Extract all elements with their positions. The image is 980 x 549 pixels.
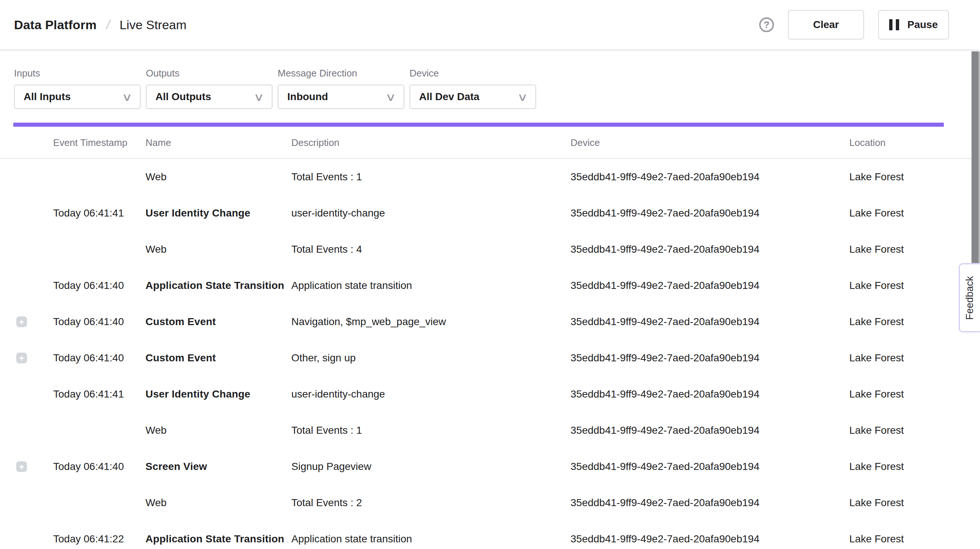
row-description: Signup Pageview xyxy=(291,461,371,472)
inputs-dropdown[interactable]: All Inputs ∨ xyxy=(14,85,141,109)
table-row[interactable]: + Today 06:41:40 Screen View Signup Page… xyxy=(0,448,980,485)
column-header-description: Description xyxy=(291,137,339,148)
row-description: Total Events : 2 xyxy=(291,497,362,509)
column-header-device: Device xyxy=(571,137,600,148)
live-stream-page: Data Platform / Live Stream ? Clear Paus… xyxy=(0,0,980,549)
row-name: User Identity Change xyxy=(145,207,250,219)
live-stream-progress-bar xyxy=(13,123,944,127)
row-location: Lake Forest xyxy=(849,497,904,509)
table-row[interactable]: + Web Total Events : 4 35eddb41-9ff9-49e… xyxy=(0,231,980,268)
row-device-id: 35eddb41-9ff9-49e2-7aed-20afa90eb194 xyxy=(571,171,760,183)
event-table-body: + Web Total Events : 1 35eddb41-9ff9-49e… xyxy=(0,159,980,549)
row-location: Lake Forest xyxy=(849,533,904,545)
column-header-name: Name xyxy=(145,137,171,148)
row-location: Lake Forest xyxy=(849,243,904,255)
row-description: Other, sign up xyxy=(291,352,356,364)
row-location: Lake Forest xyxy=(849,388,904,400)
table-row[interactable]: + Today 06:41:41 User Identity Change us… xyxy=(0,195,980,231)
column-header-location: Location xyxy=(849,137,886,148)
help-icon[interactable]: ? xyxy=(759,18,774,32)
breadcrumb-root: Data Platform xyxy=(14,18,97,32)
table-row[interactable]: + Web Total Events : 1 35eddb41-9ff9-49e… xyxy=(0,412,980,448)
filter-inputs-label: Inputs xyxy=(14,68,141,79)
filter-inputs: Inputs All Inputs ∨ xyxy=(14,68,141,109)
row-description: Application state transition xyxy=(291,533,412,545)
message-direction-dropdown-value: Inbound xyxy=(287,91,328,103)
chevron-down-icon: ∨ xyxy=(253,91,264,104)
row-location: Lake Forest xyxy=(849,207,904,219)
row-description: user-identity-change xyxy=(291,207,385,219)
row-location: Lake Forest xyxy=(849,280,904,292)
row-device-id: 35eddb41-9ff9-49e2-7aed-20afa90eb194 xyxy=(571,243,760,255)
breadcrumb: Data Platform / Live Stream xyxy=(14,17,186,32)
row-name: Application State Transition xyxy=(145,533,284,545)
row-device-id: 35eddb41-9ff9-49e2-7aed-20afa90eb194 xyxy=(571,388,760,400)
filter-outputs-label: Outputs xyxy=(146,68,272,79)
row-name: Screen View xyxy=(145,461,207,472)
row-name: Web xyxy=(145,171,167,183)
row-device-id: 35eddb41-9ff9-49e2-7aed-20afa90eb194 xyxy=(571,533,760,545)
row-name: Web xyxy=(145,497,167,509)
row-description: Application state transition xyxy=(291,280,412,292)
table-row[interactable]: + Today 06:41:22 Application State Trans… xyxy=(0,521,980,549)
table-row[interactable]: + Web Total Events : 2 35eddb41-9ff9-49e… xyxy=(0,485,980,521)
row-event-timestamp: Today 06:41:40 xyxy=(53,461,124,472)
pause-button-label: Pause xyxy=(907,19,938,31)
chevron-down-icon: ∨ xyxy=(385,91,396,104)
row-description: Total Events : 1 xyxy=(291,171,362,183)
expand-row-button[interactable]: + xyxy=(16,461,27,472)
row-device-id: 35eddb41-9ff9-49e2-7aed-20afa90eb194 xyxy=(571,461,760,472)
event-table: Event Timestamp Name Description Device … xyxy=(0,127,980,549)
vertical-scrollbar-track-edge xyxy=(978,51,980,263)
feedback-tab-label: Feedback xyxy=(964,276,975,320)
row-event-timestamp: Today 06:41:41 xyxy=(53,207,124,219)
row-description: user-identity-change xyxy=(291,388,385,400)
row-event-timestamp: Today 06:41:22 xyxy=(53,533,124,545)
filter-message-direction-label: Message Direction xyxy=(278,68,404,79)
row-location: Lake Forest xyxy=(849,461,904,472)
expand-row-button[interactable]: + xyxy=(16,353,27,364)
pause-icon xyxy=(889,19,899,30)
row-name: Web xyxy=(145,425,167,436)
pause-button[interactable]: Pause xyxy=(878,10,949,40)
vertical-scrollbar[interactable] xyxy=(972,51,978,263)
expand-row-button[interactable]: + xyxy=(16,317,27,327)
chevron-down-icon: ∨ xyxy=(121,91,132,104)
row-event-timestamp: Today 06:41:40 xyxy=(53,280,124,292)
page-header: Data Platform / Live Stream ? Clear Paus… xyxy=(0,0,980,51)
row-device-id: 35eddb41-9ff9-49e2-7aed-20afa90eb194 xyxy=(571,425,760,436)
filter-outputs: Outputs All Outputs ∨ xyxy=(146,68,272,109)
filter-device: Device All Dev Data ∨ xyxy=(409,68,536,109)
row-location: Lake Forest xyxy=(849,316,904,328)
table-row[interactable]: + Today 06:41:40 Application State Trans… xyxy=(0,268,980,304)
row-device-id: 35eddb41-9ff9-49e2-7aed-20afa90eb194 xyxy=(571,280,760,292)
row-event-timestamp: Today 06:41:41 xyxy=(53,388,124,400)
clear-button[interactable]: Clear xyxy=(788,10,864,40)
row-location: Lake Forest xyxy=(849,425,904,436)
row-name: Custom Event xyxy=(145,316,216,328)
inputs-dropdown-value: All Inputs xyxy=(24,91,71,103)
row-name: Custom Event xyxy=(145,352,216,364)
table-row[interactable]: + Today 06:41:41 User Identity Change us… xyxy=(0,376,980,412)
row-location: Lake Forest xyxy=(849,171,904,183)
message-direction-dropdown[interactable]: Inbound ∨ xyxy=(278,85,404,109)
filter-bar: Inputs All Inputs ∨ Outputs All Outputs … xyxy=(0,51,980,109)
device-dropdown[interactable]: All Dev Data ∨ xyxy=(409,85,536,109)
row-location: Lake Forest xyxy=(849,352,904,364)
table-row[interactable]: + Web Total Events : 1 35eddb41-9ff9-49e… xyxy=(0,159,980,195)
row-device-id: 35eddb41-9ff9-49e2-7aed-20afa90eb194 xyxy=(571,207,760,219)
row-name: Web xyxy=(145,243,167,255)
row-description: Navigation, $mp_web_page_view xyxy=(291,316,446,328)
column-header-event-timestamp: Event Timestamp xyxy=(53,137,127,148)
table-row[interactable]: + Today 06:41:40 Custom Event Navigation… xyxy=(0,304,980,340)
table-row[interactable]: + Today 06:41:40 Custom Event Other, sig… xyxy=(0,340,980,376)
chevron-down-icon: ∨ xyxy=(517,91,528,104)
filter-device-label: Device xyxy=(409,68,536,79)
row-description: Total Events : 4 xyxy=(291,243,362,255)
header-actions: ? Clear Pause xyxy=(759,10,949,40)
outputs-dropdown[interactable]: All Outputs ∨ xyxy=(146,85,272,109)
row-name: User Identity Change xyxy=(145,388,250,400)
row-event-timestamp: Today 06:41:40 xyxy=(53,316,124,328)
row-device-id: 35eddb41-9ff9-49e2-7aed-20afa90eb194 xyxy=(571,352,760,364)
feedback-tab[interactable]: Feedback xyxy=(959,263,980,332)
